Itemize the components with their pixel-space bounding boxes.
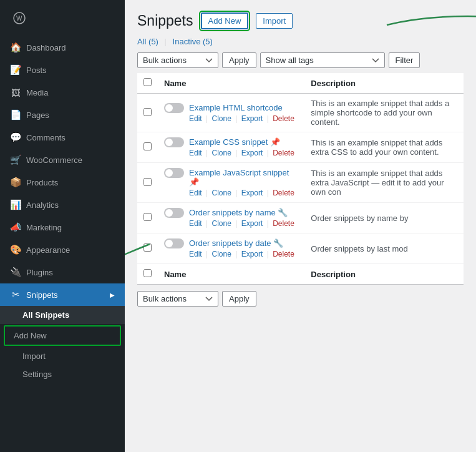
edit-action[interactable]: Edit [189, 189, 202, 197]
row-checkbox[interactable] [143, 243, 152, 252]
export-action[interactable]: Export [241, 189, 263, 197]
sidebar-item-pages-label: Pages [26, 111, 49, 120]
snippet-toggle[interactable] [164, 103, 184, 113]
table-row: Order snippets by date 🔧 Edit | Clone | … [137, 233, 464, 264]
row-checkbox[interactable] [143, 178, 152, 186]
col-name-footer: Name [158, 264, 304, 285]
bottom-toolbar-wrapper: Bulk actions Apply [137, 291, 464, 307]
snippets-icon: ✂ [10, 289, 21, 300]
sidebar-item-appearance[interactable]: 🎨 Appearance [0, 238, 125, 261]
media-icon: 🖼 [10, 87, 21, 98]
add-new-button[interactable]: Add New [201, 12, 249, 29]
bulk-actions-select-top[interactable]: Bulk actions [137, 52, 218, 68]
sidebar-item-snippets[interactable]: ✂ Snippets ▶ [0, 283, 125, 306]
snippet-title-link[interactable]: Order snippets by date 🔧 [189, 238, 283, 248]
sidebar-item-media-label: Media [26, 88, 48, 97]
sidebar-item-appearance-label: Appearance [26, 245, 70, 255]
wrench-icon: 🔧 [273, 238, 283, 248]
snippet-toggle[interactable] [164, 168, 184, 178]
clone-action[interactable]: Clone [211, 250, 231, 258]
sidebar-item-marketing[interactable]: 📣 Marketing [0, 216, 125, 238]
posts-icon: 📝 [10, 64, 21, 76]
export-action[interactable]: Export [241, 250, 263, 258]
apply-button-bottom[interactable]: Apply [222, 291, 256, 307]
sidebar-item-dashboard-label: Dashboard [26, 43, 66, 52]
page-header: Snippets Add New Import [137, 12, 464, 29]
submenu-all-snippets[interactable]: All Snippets [0, 306, 125, 324]
sidebar: W 🏠 Dashboard 📝 Posts 🖼 Media 📄 Pages 💬 … [0, 0, 125, 452]
filter-inactive-link[interactable]: Inactive (5) [173, 37, 213, 46]
table-header-row: Name Description [137, 73, 464, 94]
edit-action[interactable]: Edit [189, 114, 202, 123]
export-action[interactable]: Export [241, 149, 263, 157]
analytics-icon: 📊 [10, 199, 21, 210]
snippet-info: Example HTML shortcode Edit | Clone | Ex… [189, 103, 294, 123]
delete-action[interactable]: Delete [273, 219, 294, 228]
table-row: Example HTML shortcode Edit | Clone | Ex… [137, 94, 464, 132]
snippet-toggle[interactable] [164, 137, 184, 147]
submenu-import[interactable]: Import [0, 347, 125, 365]
select-all-checkbox[interactable] [143, 78, 152, 86]
delete-action[interactable]: Delete [273, 189, 294, 197]
col-select-all [137, 73, 158, 94]
row-checkbox[interactable] [143, 213, 152, 221]
snippet-description: Order snippets by last mod [311, 244, 407, 253]
export-action[interactable]: Export [241, 219, 263, 228]
edit-action[interactable]: Edit [189, 250, 202, 258]
snippet-actions: Edit | Clone | Export | Delete [189, 250, 294, 258]
comments-icon: 💬 [10, 132, 21, 143]
sidebar-item-woocommerce[interactable]: 🛒 WooCommerce [0, 149, 125, 171]
col-check-footer [137, 264, 158, 285]
edit-action[interactable]: Edit [189, 149, 202, 157]
sidebar-item-posts[interactable]: 📝 Posts [0, 59, 125, 81]
bulk-actions-select-bottom[interactable]: Bulk actions [137, 291, 218, 307]
filter-all-link[interactable]: All (5) [137, 37, 158, 46]
clone-action[interactable]: Clone [211, 189, 231, 197]
dashboard-icon: 🏠 [10, 42, 21, 53]
snippet-description: This is an example snippet that adds ext… [311, 169, 444, 197]
submenu-add-new[interactable]: Add New [4, 325, 121, 346]
apply-button-top[interactable]: Apply [222, 52, 256, 68]
snippet-info: Example CSS snippet 📌 Edit | Clone | Exp… [189, 137, 294, 157]
page-title: Snippets [137, 12, 193, 29]
snippet-name-cell: Order snippets by name 🔧 Edit | Clone | … [164, 208, 298, 228]
snippet-title-link[interactable]: Example JavaScript snippet 📌 [189, 168, 289, 187]
delete-action[interactable]: Delete [273, 149, 294, 157]
snippet-title-link[interactable]: Example HTML shortcode [189, 103, 283, 112]
snippet-name-cell: Order snippets by date 🔧 Edit | Clone | … [164, 238, 298, 258]
delete-action[interactable]: Delete [273, 114, 294, 123]
edit-action[interactable]: Edit [189, 219, 202, 228]
select-all-checkbox-bottom[interactable] [143, 269, 152, 277]
sidebar-item-media[interactable]: 🖼 Media [0, 81, 125, 104]
snippet-toggle[interactable] [164, 238, 184, 248]
export-action[interactable]: Export [241, 114, 263, 123]
snippets-arrow-icon: ▶ [110, 292, 115, 298]
clone-action[interactable]: Clone [211, 219, 231, 228]
show-all-tags-select[interactable]: Show all tags [260, 52, 385, 68]
snippet-description: This is an example snippet that adds a s… [311, 99, 449, 127]
snippet-info: Order snippets by name 🔧 Edit | Clone | … [189, 208, 294, 228]
sidebar-item-pages[interactable]: 📄 Pages [0, 104, 125, 126]
pages-icon: 📄 [10, 109, 21, 120]
snippet-title-link[interactable]: Order snippets by name 🔧 [189, 208, 288, 217]
delete-action[interactable]: Delete [273, 250, 294, 258]
sidebar-item-products[interactable]: 📦 Products [0, 171, 125, 194]
snippets-submenu: All Snippets Add New Import Settings [0, 306, 125, 383]
col-desc-footer: Description [304, 264, 464, 285]
snippet-title-link[interactable]: Example CSS snippet 📌 [189, 137, 280, 147]
sidebar-item-snippets-label: Snippets [26, 290, 58, 300]
sidebar-item-comments[interactable]: 💬 Comments [0, 126, 125, 149]
row-checkbox[interactable] [143, 142, 152, 150]
snippets-table: Name Description Example HTML shortcode … [137, 73, 464, 285]
submenu-settings[interactable]: Settings [0, 365, 125, 383]
sidebar-item-analytics[interactable]: 📊 Analytics [0, 194, 125, 216]
filter-button[interactable]: Filter [389, 52, 420, 68]
sidebar-item-plugins[interactable]: 🔌 Plugins [0, 261, 125, 283]
clone-action[interactable]: Clone [211, 114, 231, 123]
snippet-toggle[interactable] [164, 208, 184, 218]
top-toolbar: Bulk actions Apply Show all tags Filter [137, 52, 464, 68]
clone-action[interactable]: Clone [211, 149, 231, 157]
sidebar-item-dashboard[interactable]: 🏠 Dashboard [0, 36, 125, 59]
import-button[interactable]: Import [256, 13, 293, 29]
row-checkbox[interactable] [143, 108, 152, 116]
